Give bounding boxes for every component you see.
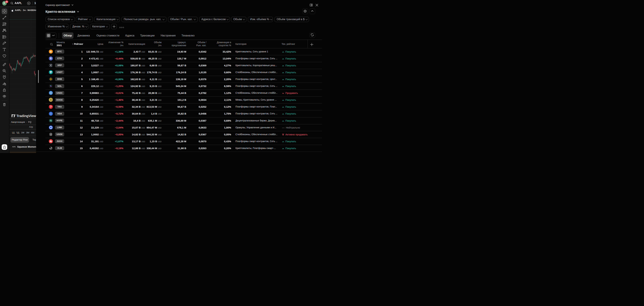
- svg-text:$: $: [50, 92, 52, 94]
